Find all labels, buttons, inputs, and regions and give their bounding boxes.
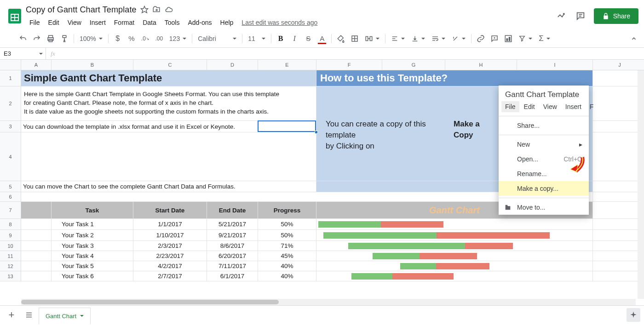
spreadsheet-grid[interactable]: ABCDEFGHIJK 12345678910111213 Simple Gan… xyxy=(0,60,644,305)
comment-button[interactable] xyxy=(488,32,501,45)
valign-button[interactable] xyxy=(408,33,428,45)
bold-button[interactable]: B xyxy=(274,32,287,45)
row-header-13[interactable]: 13 xyxy=(0,271,21,281)
doc-title[interactable]: Copy of Gantt Chart Template xyxy=(26,5,137,15)
menu-tools[interactable]: Tools xyxy=(161,17,184,28)
collapse-toolbar-button[interactable] xyxy=(627,32,640,45)
row-header-9[interactable]: 9 xyxy=(0,230,21,241)
row-header-8[interactable]: 8 xyxy=(0,219,21,230)
task-start: 1/1/2017 xyxy=(133,219,207,230)
hdr-task: Task xyxy=(52,202,133,219)
menu-addons[interactable]: Add-ons xyxy=(184,17,215,28)
select-all-corner[interactable] xyxy=(0,60,21,70)
menu-insert[interactable]: Insert xyxy=(86,17,109,28)
vertical-scrollbar[interactable] xyxy=(638,70,644,299)
popup-make-copy[interactable]: Make a copy... xyxy=(499,181,589,196)
gantt-cell xyxy=(316,251,593,261)
wrap-button[interactable] xyxy=(429,33,448,45)
task-prog: 40% xyxy=(258,271,316,281)
borders-button[interactable] xyxy=(348,32,361,45)
name-box[interactable]: E3 xyxy=(0,48,46,59)
horizontal-scrollbar[interactable] xyxy=(21,299,636,305)
activity-icon[interactable] xyxy=(557,11,567,21)
star-icon[interactable] xyxy=(140,6,149,14)
strike-button[interactable]: S xyxy=(302,32,315,45)
gantt-bar xyxy=(318,221,443,228)
row-header-3[interactable]: 3 xyxy=(0,121,21,132)
all-sheets-button[interactable] xyxy=(21,308,37,322)
sheet-tab-active[interactable]: Gantt Chart xyxy=(39,308,91,324)
col-header-E[interactable]: E xyxy=(258,60,316,70)
font-select[interactable]: Calibri xyxy=(195,33,239,45)
rotate-button[interactable] xyxy=(449,33,468,45)
fill-color-button[interactable] xyxy=(334,32,347,45)
gantt-bar xyxy=(400,263,489,269)
italic-button[interactable]: I xyxy=(288,32,301,45)
paint-format-button[interactable] xyxy=(58,32,71,45)
undo-button[interactable] xyxy=(17,32,29,45)
share-button[interactable]: Share xyxy=(594,8,638,24)
col-header-B[interactable]: B xyxy=(52,60,133,70)
menu-edit[interactable]: Edit xyxy=(45,17,63,28)
add-sheet-button[interactable]: + xyxy=(4,308,19,322)
cloud-icon[interactable] xyxy=(164,6,173,14)
hdr-blank xyxy=(21,202,52,219)
explore-button[interactable] xyxy=(627,308,640,322)
col-header-A[interactable]: A xyxy=(21,60,52,70)
menu-file[interactable]: File xyxy=(26,17,44,28)
row-header-10[interactable]: 10 xyxy=(0,241,21,251)
more-formats-select[interactable]: 123 xyxy=(167,33,189,45)
row-header-2[interactable]: 2 xyxy=(0,86,21,121)
merge-button[interactable] xyxy=(362,33,382,45)
currency-button[interactable]: $ xyxy=(111,32,124,45)
halign-button[interactable] xyxy=(388,33,408,45)
comments-icon[interactable] xyxy=(575,11,586,21)
print-button[interactable] xyxy=(44,32,57,45)
row-header-12[interactable]: 12 xyxy=(0,261,21,271)
col-header-C[interactable]: C xyxy=(133,60,207,70)
chart-button[interactable] xyxy=(502,32,515,45)
dec-increase-button[interactable]: .00 xyxy=(153,32,166,45)
row-header-1[interactable]: 1 xyxy=(0,70,21,86)
menu-help[interactable]: Help xyxy=(217,17,237,28)
blank xyxy=(593,132,644,181)
col-header-F[interactable]: F xyxy=(316,60,382,70)
popup-move[interactable]: Move to... xyxy=(499,200,589,215)
blank xyxy=(593,181,644,192)
blank xyxy=(593,202,644,219)
selection-handle[interactable] xyxy=(315,131,318,134)
move-icon[interactable] xyxy=(152,6,161,14)
filter-button[interactable] xyxy=(516,33,535,45)
percent-button[interactable]: % xyxy=(125,32,138,45)
link-button[interactable] xyxy=(474,32,487,45)
popup-new[interactable]: New▸ xyxy=(499,137,589,152)
functions-button[interactable]: Σ xyxy=(536,33,553,45)
font-size-select[interactable]: 11 xyxy=(245,33,268,45)
redo-button[interactable] xyxy=(30,32,43,45)
row-header-7[interactable]: 7 xyxy=(0,202,21,219)
row-header-6[interactable]: 6 xyxy=(0,192,21,202)
dec-decrease-button[interactable]: .0↘ xyxy=(139,32,152,45)
row-header-11[interactable]: 11 xyxy=(0,251,21,261)
col-header-G[interactable]: G xyxy=(382,60,445,70)
zoom-select[interactable]: 100% xyxy=(77,33,105,45)
row-header-5[interactable]: 5 xyxy=(0,181,21,192)
col-header-D[interactable]: D xyxy=(207,60,258,70)
sheets-logo[interactable] xyxy=(6,7,24,25)
menu-data[interactable]: Data xyxy=(139,17,160,28)
col-header-I[interactable]: I xyxy=(517,60,593,70)
task-end: 9/21/2017 xyxy=(207,230,258,241)
col-header-J[interactable]: J xyxy=(593,60,644,70)
blank xyxy=(593,271,644,281)
hdr-prog: Progress xyxy=(258,202,316,219)
col-header-H[interactable]: H xyxy=(445,60,517,70)
popup-share[interactable]: Share... xyxy=(499,118,589,133)
menu-format[interactable]: Format xyxy=(110,17,138,28)
last-edit-link[interactable]: Last edit was seconds ago xyxy=(242,19,317,26)
text-color-button[interactable]: A xyxy=(316,32,328,45)
menu-view[interactable]: View xyxy=(64,17,85,28)
download-para: You can download the template in .xlsx f… xyxy=(21,121,316,132)
blank xyxy=(593,261,644,271)
task-prog: 71% xyxy=(258,241,316,251)
row-header-4[interactable]: 4 xyxy=(0,132,21,181)
